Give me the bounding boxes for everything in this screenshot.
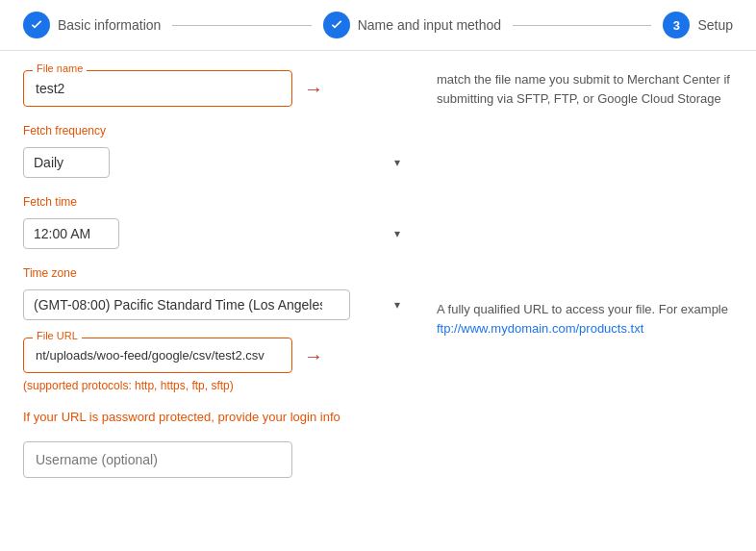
- time-zone-select[interactable]: (GMT-08:00) Pacific Standard Time (Los A…: [23, 289, 350, 320]
- file-url-field-container: File URL: [23, 338, 292, 373]
- step-setup: 3 Setup: [663, 12, 733, 38]
- main-content: File name → Fetch frequency Daily Weekly…: [0, 51, 756, 551]
- fetch-time-label: Fetch time: [23, 195, 408, 209]
- file-url-group: File URL → (supported protocols: http, h…: [23, 338, 408, 392]
- username-input[interactable]: [23, 441, 292, 478]
- file-name-field-container: File name: [23, 70, 292, 107]
- username-group: [23, 441, 408, 478]
- step-connector-1: [172, 25, 311, 26]
- step-circle-setup: 3: [663, 12, 690, 38]
- fetch-frequency-group: Fetch frequency Daily Weekly Monthly: [23, 124, 408, 178]
- step-circle-basic-information: [23, 12, 50, 38]
- file-name-label: File name: [33, 63, 87, 74]
- fetch-time-group: Fetch time 12:00 AM 1:00 AM 2:00 AM: [23, 195, 408, 249]
- file-name-group: File name →: [23, 70, 408, 107]
- supported-protocols-text: (supported protocols: http, https, ftp, …: [23, 379, 408, 392]
- step-label-name-and-input-method: Name and input method: [358, 17, 501, 33]
- login-info-text: If your URL is password protected, provi…: [23, 410, 408, 424]
- left-panel: File name → Fetch frequency Daily Weekly…: [23, 70, 408, 532]
- stepper: Basic information Name and input method …: [0, 0, 756, 51]
- step-label-basic-information: Basic information: [58, 17, 161, 33]
- step-circle-name-and-input-method: [323, 12, 350, 38]
- file-name-hint-text: match the file name you submit to Mercha…: [437, 70, 733, 108]
- time-zone-select-wrapper: (GMT-08:00) Pacific Standard Time (Los A…: [23, 289, 408, 320]
- file-name-arrow-icon: →: [304, 79, 323, 98]
- time-zone-label: Time zone: [23, 266, 408, 280]
- fetch-time-select-wrapper: 12:00 AM 1:00 AM 2:00 AM: [23, 218, 408, 249]
- right-panel: match the file name you submit to Mercha…: [408, 70, 733, 532]
- step-label-setup: Setup: [697, 17, 733, 33]
- step-name-and-input-method: Name and input method: [323, 12, 501, 38]
- file-url-hint-section: A fully qualified URL to access your fil…: [437, 300, 733, 338]
- step-connector-2: [513, 25, 651, 26]
- step-basic-information: Basic information: [23, 12, 161, 38]
- fetch-frequency-select[interactable]: Daily Weekly Monthly: [23, 147, 110, 178]
- fetch-time-select[interactable]: 12:00 AM 1:00 AM 2:00 AM: [23, 218, 119, 249]
- file-url-input[interactable]: [23, 338, 292, 373]
- file-url-example-link[interactable]: ftp://www.mydomain.com/products.txt: [437, 321, 643, 336]
- time-zone-group: Time zone (GMT-08:00) Pacific Standard T…: [23, 266, 408, 320]
- fetch-frequency-select-wrapper: Daily Weekly Monthly: [23, 147, 408, 178]
- file-url-arrow-icon: →: [304, 346, 323, 365]
- file-url-label: File URL: [33, 330, 82, 341]
- file-url-hint-text: A fully qualified URL to access your fil…: [437, 300, 733, 319]
- file-name-row: File name →: [23, 70, 408, 107]
- file-url-row: File URL →: [23, 338, 408, 373]
- file-name-input[interactable]: [23, 70, 292, 107]
- fetch-frequency-label: Fetch frequency: [23, 124, 408, 138]
